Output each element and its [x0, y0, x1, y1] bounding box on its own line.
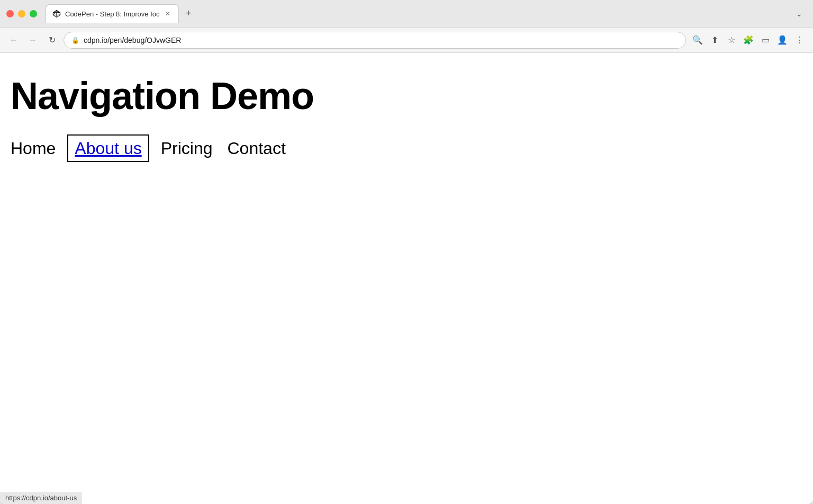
- nav-link-home[interactable]: Home: [11, 139, 56, 158]
- reload-button[interactable]: ↻: [44, 33, 59, 48]
- status-url: https://cdpn.io/about-us: [5, 494, 77, 502]
- maximize-window-button[interactable]: [30, 10, 37, 17]
- url-text: cdpn.io/pen/debug/OJvwGER: [84, 36, 181, 44]
- tab-close-button[interactable]: ✕: [164, 10, 172, 18]
- nav-item-about: About us: [70, 139, 146, 158]
- url-bar[interactable]: 🔒 cdpn.io/pen/debug/OJvwGER: [64, 32, 686, 49]
- nav-item-home: Home: [11, 139, 56, 158]
- nav-link-about[interactable]: About us: [70, 138, 146, 159]
- tab-bar: CodePen - Step 8: Improve foc ✕ + ⌄: [46, 4, 807, 23]
- browser-window: CodePen - Step 8: Improve foc ✕ + ⌄ ← → …: [0, 0, 813, 504]
- nav-item-pricing: Pricing: [161, 139, 213, 158]
- new-tab-button[interactable]: +: [181, 6, 196, 21]
- lock-icon: 🔒: [71, 37, 79, 44]
- splitscreen-icon[interactable]: ▭: [758, 33, 773, 48]
- tab-title: CodePen - Step 8: Improve foc: [65, 10, 159, 18]
- traffic-lights: [6, 10, 37, 17]
- search-icon[interactable]: 🔍: [690, 33, 705, 48]
- codepen-icon: [52, 10, 61, 18]
- nav-link-contact[interactable]: Contact: [227, 139, 285, 158]
- close-window-button[interactable]: [6, 10, 14, 17]
- minimize-window-button[interactable]: [18, 10, 25, 17]
- active-tab[interactable]: CodePen - Step 8: Improve foc ✕: [46, 4, 179, 23]
- address-bar: ← → ↻ 🔒 cdpn.io/pen/debug/OJvwGER 🔍 ⬆ ☆ …: [0, 28, 813, 53]
- nav-links-list: Home About us Pricing Contact: [11, 139, 802, 158]
- tab-list-button[interactable]: ⌄: [792, 6, 807, 21]
- main-nav: Home About us Pricing Contact: [11, 139, 802, 158]
- forward-button[interactable]: →: [25, 33, 40, 48]
- status-bar: https://cdpn.io/about-us: [0, 492, 82, 504]
- toolbar-icons: 🔍 ⬆ ☆ 🧩 ▭ 👤 ⋮: [690, 33, 807, 48]
- page-title: Navigation Demo: [11, 74, 802, 118]
- menu-icon[interactable]: ⋮: [792, 33, 807, 48]
- page-content: Navigation Demo Home About us Pricing Co…: [0, 53, 813, 504]
- extensions-icon[interactable]: 🧩: [741, 33, 756, 48]
- title-bar: CodePen - Step 8: Improve foc ✕ + ⌄: [0, 0, 813, 28]
- nav-link-pricing[interactable]: Pricing: [161, 139, 213, 158]
- back-button[interactable]: ←: [6, 33, 21, 48]
- profile-icon[interactable]: 👤: [775, 33, 790, 48]
- nav-item-contact: Contact: [227, 139, 285, 158]
- bookmark-icon[interactable]: ☆: [724, 33, 739, 48]
- share-icon[interactable]: ⬆: [707, 33, 722, 48]
